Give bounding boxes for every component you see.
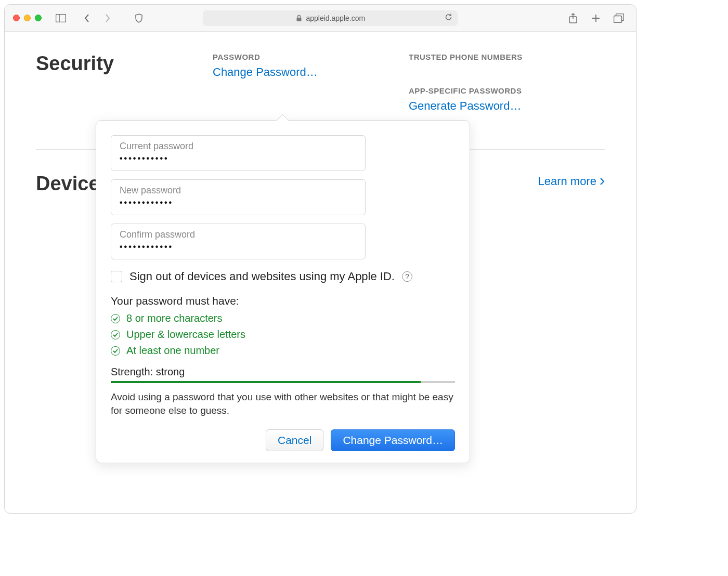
svg-rect-0: [56, 14, 66, 22]
current-password-label: Current password: [120, 141, 357, 152]
popover-buttons: Cancel Change Password…: [111, 429, 455, 451]
svg-rect-8: [614, 16, 621, 22]
new-password-label: New password: [120, 185, 357, 196]
signout-row: Sign out of devices and websites using m…: [111, 270, 455, 283]
check-icon: [111, 314, 120, 323]
requirement-2: Upper & lowercase letters: [111, 329, 455, 341]
requirement-3-label: At least one number: [126, 345, 219, 357]
requirement-2-label: Upper & lowercase letters: [126, 329, 245, 341]
learn-more-link[interactable]: Learn more: [538, 175, 605, 188]
privacy-shield-button[interactable]: [130, 10, 148, 26]
strength-label: Strength: strong: [111, 366, 455, 378]
learn-more-label: Learn more: [538, 175, 596, 188]
share-button[interactable]: [564, 10, 582, 26]
cancel-button[interactable]: Cancel: [266, 429, 323, 451]
forward-button[interactable]: [99, 10, 116, 26]
minimize-window-button[interactable]: [24, 15, 31, 21]
signout-checkbox[interactable]: [111, 271, 122, 282]
zoom-window-button[interactable]: [35, 15, 42, 21]
new-tab-button[interactable]: [587, 10, 605, 26]
back-button[interactable]: [78, 10, 96, 26]
check-icon: [111, 346, 120, 356]
password-subheading: PASSWORD: [213, 53, 409, 61]
confirm-password-value: ••••••••••••: [120, 242, 173, 251]
change-password-link[interactable]: Change Password…: [213, 66, 409, 79]
help-icon[interactable]: ?: [402, 271, 412, 282]
strength-bar: [111, 381, 455, 383]
sidebar-toggle-button[interactable]: [52, 10, 70, 26]
window-controls: [13, 15, 42, 21]
requirement-1-label: 8 or more characters: [126, 312, 223, 324]
current-password-value: •••••••••••: [120, 154, 169, 163]
requirement-3: At least one number: [111, 345, 455, 357]
confirm-password-field[interactable]: Confirm password ••••••••••••: [111, 224, 366, 259]
security-heading: Security: [36, 53, 213, 75]
new-password-field[interactable]: New password ••••••••••••: [111, 179, 366, 215]
change-password-popover: Current password ••••••••••• New passwor…: [96, 120, 470, 463]
current-password-field[interactable]: Current password •••••••••••: [111, 135, 366, 171]
close-window-button[interactable]: [13, 15, 20, 21]
requirements-title: Your password must have:: [111, 295, 455, 307]
page-content: Security PASSWORD Change Password… TRUST…: [5, 32, 636, 513]
strength-bar-fill: [111, 381, 421, 383]
requirement-1: 8 or more characters: [111, 312, 455, 324]
svg-rect-2: [296, 18, 301, 21]
address-bar[interactable]: appleid.apple.com: [203, 10, 458, 26]
change-password-button[interactable]: Change Password…: [331, 429, 455, 451]
tabs-overview-button[interactable]: [610, 10, 628, 26]
reload-button[interactable]: [445, 13, 452, 23]
app-specific-subheading: APP-SPECIFIC PASSWORDS: [409, 86, 605, 95]
signout-label: Sign out of devices and websites using m…: [129, 270, 395, 283]
chevron-right-icon: [600, 177, 605, 186]
confirm-password-label: Confirm password: [120, 229, 357, 240]
safari-window: appleid.apple.com Security PASSWORD Chan…: [4, 4, 636, 514]
new-password-value: ••••••••••••: [120, 198, 173, 207]
trusted-numbers-subheading: TRUSTED PHONE NUMBERS: [409, 53, 605, 61]
generate-password-link[interactable]: Generate Password…: [409, 99, 605, 113]
check-icon: [111, 330, 120, 339]
password-advice: Avoid using a password that you use with…: [111, 390, 455, 417]
url-host: appleid.apple.com: [306, 14, 366, 22]
titlebar: appleid.apple.com: [5, 5, 636, 32]
lock-icon: [296, 15, 302, 22]
